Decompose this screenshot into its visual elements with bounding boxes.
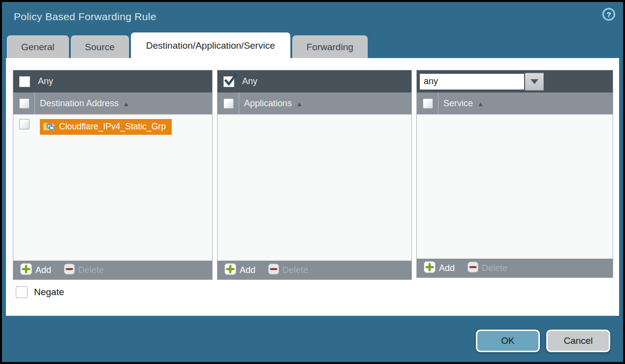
applications-header-label: Applications	[244, 98, 292, 109]
destination-address-label: Cloudflare_IPv4_Static_Grp	[59, 121, 166, 132]
add-button[interactable]: Add	[20, 263, 51, 277]
service-mode-value[interactable]: any	[419, 73, 525, 91]
title-bar: Policy Based Forwarding Rule ?	[2, 2, 623, 32]
applications-column-header[interactable]: Applications ▲	[218, 92, 411, 115]
row-checkbox[interactable]	[19, 119, 30, 129]
add-icon	[224, 263, 236, 277]
sort-ascending-icon: ▲	[296, 100, 303, 108]
delete-icon	[64, 264, 75, 276]
service-mode-dropdown[interactable]: any	[419, 73, 544, 91]
service-footer: Add Delete	[417, 258, 613, 277]
service-column-header[interactable]: Service ▲	[417, 92, 613, 115]
add-icon	[424, 261, 436, 275]
help-icon[interactable]: ?	[601, 7, 616, 22]
add-button[interactable]: Add	[224, 263, 255, 277]
applications-any-bar: Any	[218, 70, 411, 92]
delete-button[interactable]: Delete	[64, 264, 104, 276]
applications-any-label: Any	[242, 76, 257, 87]
delete-button[interactable]: Delete	[268, 264, 308, 276]
destination-column-header[interactable]: Destination Address ▲	[13, 92, 212, 115]
service-mode-bar: any	[417, 70, 613, 92]
table-row: Cloudflare_IPv4_Static_Grp	[13, 115, 212, 135]
applications-footer: Add Delete	[218, 260, 411, 279]
destination-select-all-checkbox[interactable]	[19, 98, 30, 109]
header-separator	[34, 92, 35, 114]
header-separator	[438, 92, 438, 114]
negate-checkbox[interactable]	[16, 286, 28, 298]
svg-text:?: ?	[606, 10, 611, 19]
destination-footer: Add Delete	[13, 260, 212, 279]
tab-bar: General Source Destination/Application/S…	[7, 32, 368, 58]
destination-any-bar: Any	[13, 70, 212, 92]
sort-ascending-icon: ▲	[477, 100, 484, 108]
destination-any-label: Any	[38, 76, 53, 87]
applications-list	[218, 115, 411, 260]
delete-button[interactable]: Delete	[468, 262, 507, 274]
tab-content-panel: Any Destination Address ▲	[6, 58, 619, 316]
tab-forwarding[interactable]: Forwarding	[292, 35, 368, 58]
destination-header-label: Destination Address	[40, 98, 119, 109]
sort-ascending-icon: ▲	[123, 100, 129, 108]
dialog-title: Policy Based Forwarding Rule	[14, 11, 156, 23]
add-button[interactable]: Add	[424, 261, 455, 275]
add-icon	[20, 263, 32, 277]
delete-icon	[468, 262, 478, 274]
applications-select-all-checkbox[interactable]	[223, 98, 234, 109]
service-column: any Service ▲	[416, 70, 613, 278]
service-list	[417, 115, 613, 258]
service-header-label: Service	[443, 98, 473, 109]
address-group-icon	[43, 121, 55, 133]
negate-label: Negate	[34, 287, 64, 298]
ok-button[interactable]: OK	[476, 330, 540, 352]
applications-column: Any Applications ▲ Add	[217, 70, 412, 280]
delete-icon	[268, 264, 279, 276]
cancel-button[interactable]: Cancel	[546, 330, 610, 352]
dropdown-button[interactable]	[525, 73, 544, 91]
negate-option: Negate	[16, 286, 64, 298]
applications-any-checkbox[interactable]	[223, 76, 234, 87]
destination-list: Cloudflare_IPv4_Static_Grp	[13, 115, 212, 260]
destination-address-item[interactable]: Cloudflare_IPv4_Static_Grp	[40, 119, 172, 135]
header-separator	[239, 92, 239, 114]
policy-based-forwarding-dialog: Policy Based Forwarding Rule ? General S…	[0, 0, 625, 364]
tab-general[interactable]: General	[7, 35, 69, 58]
chevron-down-icon	[531, 79, 538, 88]
service-select-all-checkbox[interactable]	[423, 98, 433, 109]
tab-destination-application-service[interactable]: Destination/Application/Service	[131, 32, 290, 58]
destination-address-column: Any Destination Address ▲	[13, 70, 213, 280]
destination-any-checkbox[interactable]	[19, 76, 30, 87]
tab-source[interactable]: Source	[71, 35, 129, 58]
